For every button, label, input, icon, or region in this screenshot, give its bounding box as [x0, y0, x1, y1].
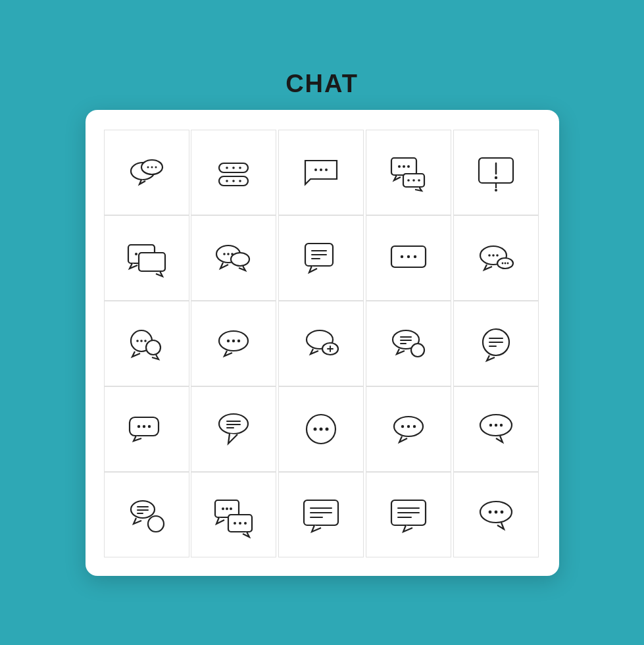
svg-point-21 — [407, 179, 410, 182]
chat-oval-dots-plain — [366, 386, 451, 472]
svg-point-6 — [226, 167, 228, 169]
svg-point-29 — [135, 253, 137, 255]
chat-rect-lines — [278, 472, 364, 557]
chat-bubbles-overlap — [104, 130, 189, 215]
svg-point-103 — [226, 507, 228, 510]
svg-point-11 — [232, 180, 235, 182]
chat-folded-corner — [278, 130, 364, 215]
svg-point-8 — [239, 167, 241, 169]
svg-point-14 — [320, 168, 322, 171]
svg-point-18 — [403, 165, 405, 168]
svg-point-104 — [230, 507, 232, 510]
svg-point-25 — [495, 189, 497, 192]
svg-rect-32 — [139, 253, 165, 271]
svg-point-23 — [418, 179, 420, 182]
svg-point-86 — [320, 427, 323, 430]
chat-double-dots — [366, 130, 451, 215]
svg-point-48 — [492, 254, 495, 257]
svg-point-100 — [148, 516, 164, 532]
svg-point-77 — [137, 425, 139, 427]
svg-point-55 — [136, 340, 139, 342]
svg-point-94 — [494, 423, 497, 426]
chat-oval-three-dots — [191, 301, 276, 386]
svg-point-35 — [227, 253, 230, 255]
svg-point-118 — [488, 510, 491, 513]
svg-point-79 — [147, 425, 150, 427]
chat-two-pills — [191, 130, 276, 215]
icon-grid — [104, 130, 541, 557]
chat-dots-rect — [366, 215, 451, 301]
chat-speech-dots — [453, 386, 539, 472]
svg-point-34 — [223, 253, 226, 255]
svg-point-61 — [232, 339, 235, 342]
svg-point-91 — [413, 425, 416, 427]
svg-point-58 — [146, 340, 161, 355]
chat-stacked-squares — [104, 215, 189, 301]
chat-rect-text-plain — [366, 472, 451, 557]
page-title: CHAT — [285, 70, 359, 98]
svg-point-106 — [234, 522, 236, 525]
chat-lines-small-circle — [366, 301, 451, 386]
svg-point-102 — [222, 507, 224, 510]
svg-point-49 — [496, 254, 499, 257]
chat-rounded-dots — [104, 386, 189, 472]
chat-text-two-bubbles — [104, 472, 189, 557]
svg-point-51 — [501, 262, 503, 264]
svg-point-47 — [488, 254, 491, 257]
svg-point-19 — [407, 165, 410, 168]
svg-point-7 — [232, 167, 235, 169]
svg-point-120 — [500, 510, 503, 513]
svg-point-90 — [407, 425, 410, 427]
svg-point-17 — [398, 165, 401, 168]
svg-point-119 — [494, 510, 497, 513]
svg-point-43 — [401, 255, 403, 257]
svg-point-53 — [507, 262, 508, 264]
chat-alert-box — [453, 130, 539, 215]
chat-add — [278, 301, 364, 386]
svg-point-22 — [412, 179, 415, 182]
svg-point-108 — [244, 522, 247, 525]
svg-point-56 — [140, 340, 143, 342]
svg-point-2 — [147, 166, 149, 168]
svg-point-15 — [325, 168, 328, 171]
chat-lines-pointed — [191, 386, 276, 472]
svg-point-93 — [489, 423, 491, 426]
svg-point-13 — [314, 168, 317, 171]
svg-point-57 — [144, 340, 147, 342]
chat-oval-dots-overlap — [453, 215, 539, 301]
chat-lines-arrow — [278, 215, 364, 301]
chat-circle-three-dots — [453, 472, 539, 557]
chat-two-squares-dots — [191, 472, 276, 557]
chat-two-circles — [104, 301, 189, 386]
svg-point-37 — [231, 253, 249, 266]
svg-point-27 — [494, 176, 497, 178]
svg-point-60 — [227, 339, 230, 342]
svg-point-107 — [239, 522, 241, 525]
svg-point-45 — [414, 255, 416, 257]
svg-point-44 — [407, 255, 410, 257]
svg-point-78 — [142, 425, 145, 427]
svg-point-3 — [151, 166, 153, 168]
svg-point-52 — [504, 262, 506, 264]
icon-card — [86, 110, 559, 576]
svg-point-71 — [411, 344, 424, 357]
svg-point-85 — [314, 427, 317, 430]
chat-two-bubbles-big — [191, 215, 276, 301]
svg-point-62 — [237, 339, 240, 342]
svg-point-10 — [226, 180, 228, 182]
svg-point-89 — [401, 425, 404, 427]
chat-lines-circle — [453, 301, 539, 386]
svg-point-95 — [499, 423, 502, 426]
svg-point-12 — [239, 180, 241, 182]
chat-circle-dots — [278, 386, 364, 472]
svg-point-4 — [155, 166, 157, 168]
svg-point-87 — [326, 427, 329, 430]
